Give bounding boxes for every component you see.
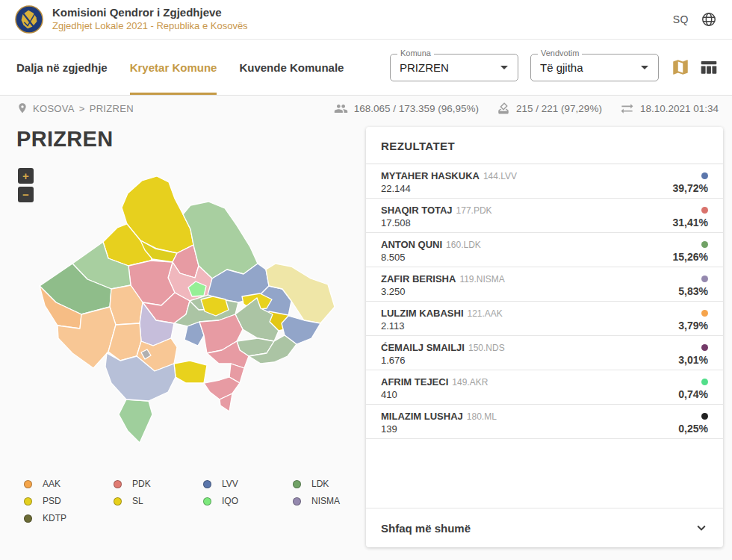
map-region-se-pink-bottom[interactable] (204, 377, 240, 399)
candidate-list-number: 160.LDK (446, 240, 481, 250)
voters-icon (334, 102, 348, 116)
party-color-dot (701, 207, 708, 214)
candidate-votes: 17.508 (381, 217, 411, 228)
result-row[interactable]: SHAQIR TOTAJ177.PDK17.50831,41% (366, 199, 723, 233)
breadcrumb-current: PRIZREN (90, 103, 134, 114)
chevron-down-icon (693, 520, 710, 536)
candidate-list-number: 180.ML (467, 411, 497, 422)
map-view-button[interactable] (669, 56, 692, 78)
komuna-select[interactable]: KomunaPRIZREN (390, 54, 518, 81)
vendvotim-select-label: Vendvotim (538, 49, 582, 57)
stations-stat: 215 / 221 (97,29%) (497, 102, 602, 115)
turnout-stat: 168.065 / 173.359 (96,95%) (334, 102, 479, 116)
tab-kryetar-komune[interactable]: Kryetar Komune (130, 40, 217, 95)
legend-item-sl: SL (114, 496, 203, 506)
legend-dot-ldk (293, 480, 301, 488)
party-color-dot (701, 413, 708, 420)
updated-value: 18.10.2021 01:34 (640, 103, 719, 114)
candidate-percent: 5,83% (678, 285, 708, 297)
result-row[interactable]: LULZIM KABASHI121.AAK2.1133,79% (366, 302, 723, 336)
candidate-percent: 3,79% (678, 320, 708, 332)
candidate-percent: 39,72% (673, 182, 708, 194)
result-row[interactable]: ANTON QUNI160.LDK8.50515,26% (366, 233, 723, 267)
candidate-list-number: 177.PDK (456, 205, 492, 216)
page-title: PRIZREN (16, 127, 366, 152)
vendvotim-select-value: Të gjitha (540, 61, 583, 74)
results-panel: REZULTATET MYTAHER HASKUKA144.LVV22.1443… (366, 127, 723, 547)
candidate-name: MYTAHER HASKUKA (381, 170, 480, 181)
legend-dot-sl (114, 497, 122, 505)
legend-label: LVV (222, 479, 238, 489)
party-color-dot (701, 241, 708, 248)
app-header: Komisioni Qendror i Zgjedhjeve Zgjedhjet… (0, 0, 732, 39)
candidate-name: AFRIM TEJECI (381, 376, 448, 388)
kosovo-map (28, 168, 342, 459)
candidate-list-number: 119.NISMA (459, 274, 504, 284)
candidate-name: ZAFIR BERISHA (381, 273, 456, 284)
tab-dalja-ne-zgjedhje[interactable]: Dalja në zgjedhje (16, 40, 108, 95)
candidate-votes: 410 (381, 389, 397, 400)
result-row[interactable]: ĆEMAILJ SMAILJI150.NDS1.6763,01% (366, 336, 723, 370)
legend-item-aak: AAK (24, 479, 114, 489)
map-region-zhupa[interactable] (174, 361, 207, 383)
result-row[interactable]: AFRIM TEJECI149.AKR4100,74% (366, 370, 723, 405)
globe-icon[interactable] (701, 11, 717, 28)
legend-label: LDK (311, 479, 329, 489)
legend-dot-psd (24, 497, 32, 505)
legend-item-lvv: LVV (203, 479, 293, 489)
vendvotim-select[interactable]: VendvotimTë gjitha (530, 54, 659, 81)
tab-kuvende-komunale[interactable]: Kuvende Komunale (239, 40, 344, 95)
breadcrumb: KOSOVA > PRIZREN (16, 102, 134, 114)
map-container: + − (16, 168, 366, 459)
result-row[interactable]: MYTAHER HASKUKA144.LVV22.14439,72% (366, 164, 723, 199)
candidate-percent: 0,25% (678, 423, 708, 435)
turnout-value: 168.065 / 173.359 (96,95%) (354, 103, 479, 114)
party-color-dot (701, 344, 708, 351)
legend-label: SL (132, 496, 143, 506)
app-title: Komisioni Qendror i Zgjedhjeve (52, 6, 673, 20)
legend-label: IQO (222, 496, 238, 506)
language-code[interactable]: SQ (673, 13, 689, 25)
candidate-percent: 31,41% (673, 217, 708, 228)
candidate-name: ĆEMAILJ SMAILJI (381, 342, 465, 353)
legend-item-iqo: IQO (203, 496, 293, 506)
updated-stat: 18.10.2021 01:34 (620, 102, 719, 116)
candidate-percent: 0,74% (678, 388, 708, 400)
result-row[interactable]: MILAZIM LUSHAJ180.ML1390,25% (366, 405, 723, 439)
candidate-percent: 15,26% (673, 251, 708, 263)
candidate-name: LULZIM KABASHI (381, 308, 464, 319)
app-subtitle: Zgjedhjet Lokale 2021 - Republika e Koso… (52, 20, 673, 33)
results-title: REZULTATET (381, 140, 455, 152)
main-content: PRIZREN + − AAKPDKLVVLDKPSDSLIQONISMAKDT… (0, 121, 732, 547)
komuna-select-label: Komuna (397, 49, 434, 57)
show-more-label: Shfaq më shumë (381, 522, 471, 535)
zoom-out-button[interactable]: − (18, 187, 34, 202)
legend-dot-lvv (203, 480, 211, 488)
table-view-button[interactable] (698, 56, 720, 78)
candidate-votes: 22.144 (381, 183, 411, 194)
legend-item-pdk: PDK (114, 479, 203, 489)
tab-list: Dalja në zgjedhjeKryetar KomuneKuvende K… (16, 40, 366, 95)
breadcrumb-root[interactable]: KOSOVA (33, 103, 75, 114)
location-pin-icon (16, 102, 28, 114)
show-more-button[interactable]: Shfaq më shumë (366, 508, 723, 547)
breadcrumb-separator: > (79, 103, 85, 114)
results-list: MYTAHER HASKUKA144.LVV22.14439,72%SHAQIR… (366, 164, 723, 439)
legend-label: AAK (43, 479, 61, 489)
candidate-list-number: 121.AAK (468, 308, 503, 319)
candidate-list-number: 149.AKR (452, 377, 488, 388)
party-color-dot (701, 310, 708, 317)
candidate-list-number: 144.LVV (483, 171, 517, 181)
candidate-votes: 1.676 (381, 355, 406, 366)
party-color-dot (701, 172, 708, 179)
result-row[interactable]: ZAFIR BERISHA119.NISMA3.2505,83% (366, 267, 723, 302)
candidate-name: MILAZIM LUSHAJ (381, 411, 463, 422)
map-region-dragash[interactable] (119, 399, 152, 443)
candidate-votes: 8.505 (381, 252, 406, 263)
dropdown-arrow-icon (636, 58, 654, 76)
kqz-logo-icon (15, 5, 43, 34)
legend-dot-kdtp (24, 514, 32, 523)
zoom-in-button[interactable]: + (18, 168, 34, 184)
candidate-votes: 3.250 (381, 286, 406, 297)
stations-value: 215 / 221 (97,29%) (516, 103, 602, 114)
